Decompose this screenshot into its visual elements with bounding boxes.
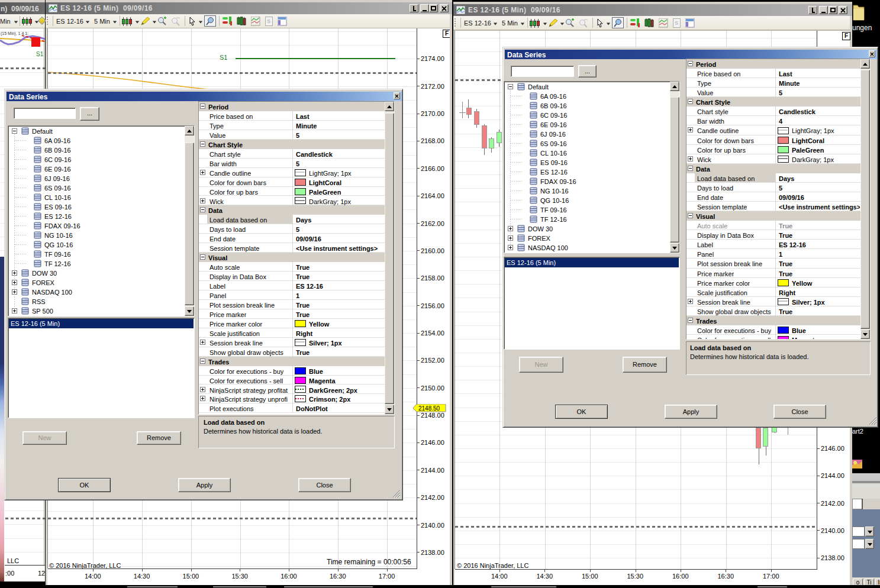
svg-text:S1: S1	[36, 51, 44, 57]
svg-text:(15 Min), 1 4 1:: (15 Min), 1 4 1:	[1, 31, 28, 36]
svg-text:S: S	[267, 18, 270, 24]
svg-text:2148.50: 2148.50	[418, 405, 440, 412]
svg-text:S: S	[675, 20, 678, 26]
